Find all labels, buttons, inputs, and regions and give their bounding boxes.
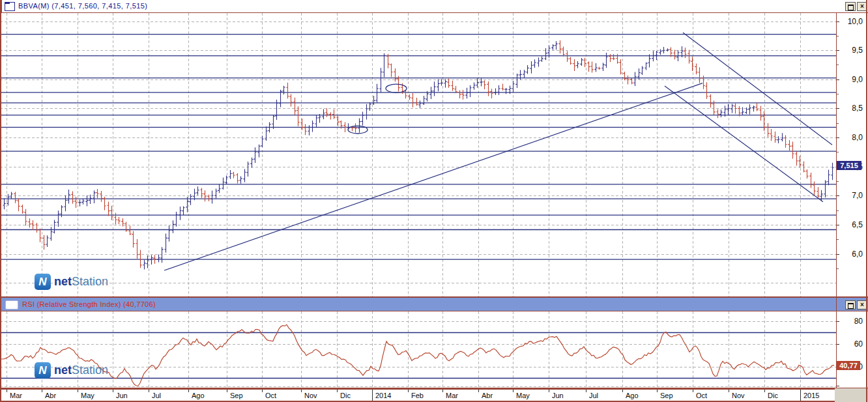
month-label: Jun — [552, 392, 564, 399]
price-axis: 7,515 10,09,59,08,58,07,57,06,56,0 — [837, 13, 867, 296]
month-label: Dic — [340, 392, 351, 399]
month-tick — [301, 390, 302, 392]
price-axis-minor-tick — [837, 152, 839, 152]
price-axis-label: 8,5 — [852, 104, 863, 113]
netstation-logo: N netStation — [35, 274, 108, 290]
rsi-titlebar[interactable]: RSI (Relative Strength Index) (40,7706) … — [0, 297, 868, 311]
netstation-logo-net: net — [54, 275, 72, 289]
netstation-logo-icon: N — [35, 274, 51, 290]
year-separator — [372, 390, 373, 401]
rsi-chart-svg[interactable] — [0, 311, 836, 388]
rsi-axis-tick — [837, 344, 839, 345]
rsi-axis-label: 80 — [854, 317, 863, 326]
price-axis-label: 6,5 — [852, 220, 863, 229]
month-tick — [149, 390, 149, 392]
rsi-axis-tick — [837, 321, 839, 322]
month-label: Abr — [45, 392, 56, 399]
netstation-window: BBVA(M) (7,451, 7,560, 7,415, 7,515) × N… — [0, 0, 868, 402]
main-chart-svg[interactable] — [0, 13, 836, 296]
price-axis-tick — [837, 137, 839, 138]
month-label: May — [81, 392, 94, 399]
rsi-maximize-button[interactable] — [845, 300, 856, 309]
month-tick — [42, 390, 42, 392]
rsi-pane: N netStation — [0, 311, 868, 388]
month-label: Jun — [116, 392, 128, 399]
netstation-logo-station: Station — [72, 275, 108, 289]
main-chart-title: BBVA(M) (7,451, 7,560, 7,415, 7,515) — [18, 2, 147, 10]
price-axis-minor-tick — [837, 268, 839, 269]
price-axis-tick — [837, 108, 839, 109]
price-axis-label: 10,0 — [848, 17, 863, 26]
month-tick — [693, 390, 693, 392]
month-label: Oct — [265, 392, 276, 399]
rsi-axis-label: 60 — [854, 339, 863, 349]
corner-filler — [835, 388, 868, 402]
year-label: 2015 — [803, 392, 819, 399]
price-axis-label: 7,0 — [852, 191, 863, 200]
price-axis-minor-tick — [837, 210, 839, 211]
month-tick — [729, 390, 729, 392]
month-label: Nov — [304, 392, 317, 399]
month-label: Dic — [768, 392, 778, 399]
window-border-left — [0, 0, 1, 402]
month-tick — [408, 390, 409, 392]
rsi-window-icon — [5, 300, 18, 309]
x-axis: MarAbrMayJunJulAgoSepOctNovDic2014FebMar… — [0, 388, 835, 402]
rsi-close-icon: × — [858, 301, 867, 309]
month-tick — [586, 390, 586, 392]
month-label: Sep — [230, 392, 243, 399]
month-tick — [549, 390, 549, 392]
chart-window-icon — [5, 2, 15, 11]
month-label: Nov — [732, 392, 745, 399]
month-tick — [78, 390, 78, 392]
month-tick — [478, 390, 479, 392]
month-label: Mar — [10, 392, 22, 399]
price-axis-tick — [837, 225, 839, 225]
rsi-axis: 40,77 806040 — [837, 311, 867, 388]
last-price-tag: 7,515 — [837, 161, 861, 170]
price-axis-label: 9,0 — [852, 75, 863, 84]
month-tick — [188, 390, 189, 392]
month-tick — [764, 390, 765, 392]
price-axis-label: 6,0 — [852, 250, 863, 259]
rsi-netstation-logo-station: Station — [72, 364, 108, 377]
price-axis-tick — [837, 195, 839, 196]
price-axis-label: 8,0 — [852, 133, 863, 142]
rsi-maximize-icon — [848, 303, 854, 309]
price-axis-label: 9,5 — [852, 46, 863, 55]
rsi-netstation-logo: N netStation — [35, 362, 108, 379]
price-axis-tick — [837, 254, 839, 255]
rsi-value-tag: 40,77 — [837, 361, 860, 370]
month-label: Jul — [152, 392, 161, 399]
maximize-icon — [848, 5, 854, 10]
month-label: Ago — [626, 392, 639, 399]
price-axis-minor-tick — [837, 65, 839, 65]
price-axis-minor-tick — [837, 181, 839, 182]
main-chart-titlebar[interactable]: BBVA(M) (7,451, 7,560, 7,415, 7,515) × — [0, 0, 868, 12]
month-label: Jul — [589, 392, 598, 399]
rsi-axis-tick — [837, 386, 839, 386]
year-label: 2014 — [375, 392, 391, 399]
price-axis-minor-tick — [837, 123, 839, 124]
close-icon: × — [858, 3, 867, 10]
year-separator — [800, 390, 801, 401]
price-axis-tick — [837, 50, 839, 51]
maximize-button[interactable] — [845, 2, 856, 11]
rsi-title: RSI (Relative Strength Index) (40,7706) — [22, 300, 156, 308]
month-tick — [262, 390, 263, 392]
month-tick — [657, 390, 658, 392]
window-border-right — [866, 0, 867, 402]
month-tick — [7, 390, 7, 392]
month-label: May — [516, 392, 530, 399]
price-axis-minor-tick — [837, 239, 839, 240]
month-label: Feb — [411, 392, 424, 399]
main-chart-pane: N netStation — [0, 12, 868, 297]
month-tick — [113, 390, 113, 392]
rsi-netstation-logo-net: net — [54, 364, 72, 377]
month-label: Oct — [696, 392, 707, 399]
price-axis-tick — [837, 79, 839, 80]
axis-separator — [836, 12, 837, 388]
month-tick — [622, 390, 623, 392]
month-tick — [227, 390, 227, 392]
month-tick — [513, 390, 514, 392]
